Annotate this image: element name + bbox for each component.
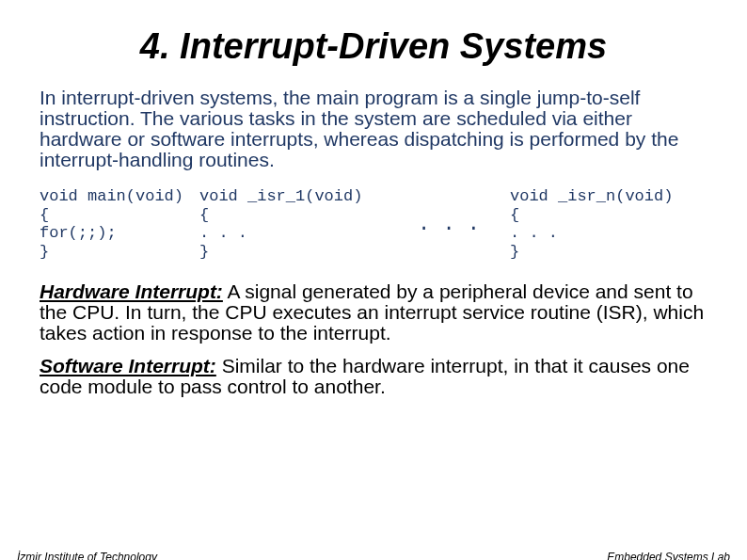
intro-paragraph: In interrupt-driven systems, the main pr… — [40, 88, 707, 170]
code-main: void main(void) { for(;;); } — [40, 187, 190, 261]
code-ellipsis: . . . — [397, 213, 501, 236]
code-isr-1: void _isr_1(void) { . . . } — [199, 187, 388, 261]
code-isr-n: void _isr_n(void) { . . . } — [510, 187, 698, 261]
code-row: void main(void) { for(;;); } void _isr_1… — [40, 187, 707, 261]
slide: 4. Interrupt-Driven Systems In interrupt… — [0, 26, 747, 560]
footer-right: Embedded Systems Lab — [607, 551, 730, 560]
hardware-interrupt-def: Hardware Interrupt: A signal generated b… — [40, 281, 707, 344]
software-interrupt-def: Software Interrupt: Similar to the hardw… — [40, 356, 707, 397]
slide-title: 4. Interrupt-Driven Systems — [0, 26, 747, 67]
footer-top: İzmir Institute of Technology Embedded S… — [0, 551, 747, 560]
footer-left: İzmir Institute of Technology — [17, 551, 157, 560]
footer: İzmir Institute of Technology Embedded S… — [0, 551, 747, 560]
hardware-term: Hardware Interrupt: — [40, 280, 223, 302]
software-term: Software Interrupt: — [40, 355, 216, 376]
